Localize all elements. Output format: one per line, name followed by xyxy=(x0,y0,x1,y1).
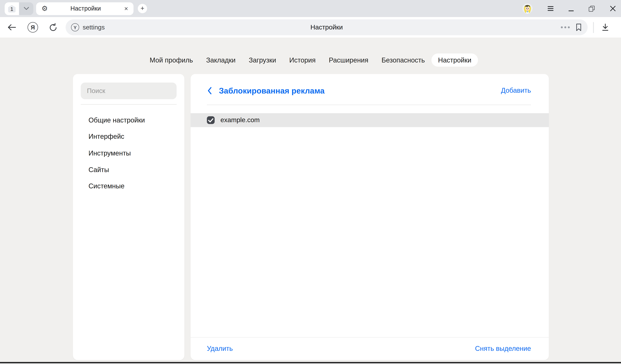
back-button[interactable] xyxy=(7,24,17,31)
back-arrow-icon xyxy=(7,24,17,31)
panel-divider xyxy=(207,105,531,105)
address-input[interactable]: settings xyxy=(83,24,105,31)
sidebar-item-tools[interactable]: Инструменты xyxy=(73,145,184,161)
sidebar-item-general[interactable]: Общие настройки xyxy=(73,112,184,128)
tab-group-control[interactable]: 1 xyxy=(5,2,33,15)
blocked-domain: example.com xyxy=(221,116,260,124)
gear-icon: ⚙ xyxy=(42,5,48,12)
minimize-icon[interactable] xyxy=(569,5,574,12)
screen-edge xyxy=(0,363,621,364)
browser-toolbar: Я Y settings Настройки xyxy=(0,17,621,38)
window-bottom-edge xyxy=(0,362,621,363)
tab-title: Настройки xyxy=(48,5,123,12)
yandex-logo-glyph: Я xyxy=(31,24,35,31)
row-checkbox[interactable] xyxy=(207,116,215,124)
reload-icon xyxy=(49,23,58,32)
downloads-button[interactable] xyxy=(601,23,610,32)
panel-back-button[interactable] xyxy=(207,86,212,95)
toolbar-divider xyxy=(593,22,594,33)
sidebar-item-interface[interactable]: Интерфейс xyxy=(73,128,184,145)
search-input[interactable] xyxy=(81,83,177,99)
yandex-logo-button[interactable]: Я xyxy=(28,22,38,33)
site-favicon-icon: Y xyxy=(71,23,79,32)
delete-button[interactable]: Удалить xyxy=(207,345,233,353)
deselect-button[interactable]: Снять выделение xyxy=(475,345,531,353)
nav-tab-history[interactable]: История xyxy=(283,53,322,67)
sidebar-list: Общие настройки Интерфейс Инструменты Са… xyxy=(73,112,184,195)
check-icon xyxy=(207,116,215,124)
menu-icon[interactable] xyxy=(548,6,554,11)
panel-title: Заблокированная реклама xyxy=(219,86,325,95)
nav-tab-security[interactable]: Безопасность xyxy=(375,53,431,67)
chevron-left-icon xyxy=(207,86,212,95)
tab-count: 1 xyxy=(7,5,17,13)
settings-sidebar: Общие настройки Интерфейс Инструменты Са… xyxy=(73,74,184,360)
nav-tab-settings[interactable]: Настройки xyxy=(431,53,478,67)
settings-page: Мой профиль Закладки Загрузки История Ра… xyxy=(0,38,621,364)
profile-avatar[interactable] xyxy=(522,3,533,14)
toolbar-page-title: Настройки xyxy=(310,23,343,31)
browser-window: 1 ⚙ Настройки × + xyxy=(0,0,621,364)
blocked-ads-panel: Заблокированная реклама Добавить example… xyxy=(191,74,549,360)
more-actions-icon[interactable] xyxy=(561,27,570,28)
download-icon xyxy=(601,23,610,32)
nav-tab-extensions[interactable]: Расширения xyxy=(322,53,375,67)
window-controls xyxy=(522,0,616,17)
browser-tab-settings[interactable]: ⚙ Настройки × xyxy=(36,2,134,15)
sidebar-item-system[interactable]: Системные xyxy=(73,178,184,194)
tab-group-dropdown[interactable] xyxy=(19,2,34,15)
panel-header: Заблокированная реклама Добавить xyxy=(191,74,549,105)
new-tab-button[interactable]: + xyxy=(138,4,147,13)
window-close-icon[interactable] xyxy=(610,5,616,12)
window-titlebar: 1 ⚙ Настройки × + xyxy=(0,0,621,17)
chevron-down-icon xyxy=(23,6,29,11)
avatar-image xyxy=(522,3,533,14)
nav-tab-profile[interactable]: Мой профиль xyxy=(143,53,200,67)
settings-nav: Мой профиль Закладки Загрузки История Ра… xyxy=(143,53,478,67)
bookmark-icon[interactable] xyxy=(575,23,582,32)
tab-group-counter[interactable]: 1 xyxy=(5,2,19,15)
reload-button[interactable] xyxy=(49,23,58,32)
plus-icon: + xyxy=(140,5,144,12)
panel-footer: Удалить Снять выделение xyxy=(191,337,549,360)
nav-tab-bookmarks[interactable]: Закладки xyxy=(200,53,242,67)
sidebar-item-sites[interactable]: Сайты xyxy=(73,161,184,178)
sidebar-divider xyxy=(81,104,177,105)
blocked-ad-row[interactable]: example.com xyxy=(191,113,549,127)
add-button[interactable]: Добавить xyxy=(501,86,531,95)
nav-tab-downloads[interactable]: Загрузки xyxy=(242,53,283,67)
tab-close-icon[interactable]: × xyxy=(123,4,129,13)
restore-icon[interactable] xyxy=(589,6,595,12)
address-bar[interactable]: Y settings Настройки xyxy=(66,19,588,35)
